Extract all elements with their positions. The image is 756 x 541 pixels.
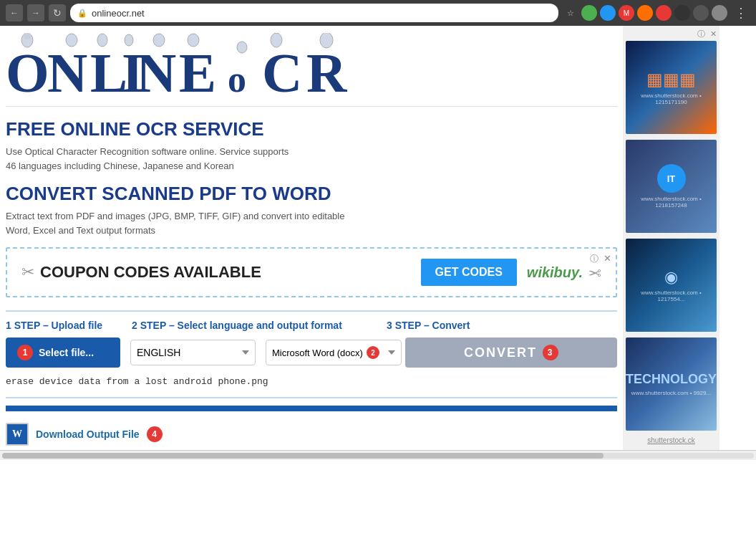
download-badge: 4 bbox=[147, 426, 163, 442]
user-avatar[interactable] bbox=[712, 5, 727, 21]
download-link[interactable]: Download Output File bbox=[36, 429, 140, 440]
content-area: O N L I N E o bbox=[0, 26, 623, 450]
svg-text:o: o bbox=[228, 59, 246, 97]
steps-labels-row: 1 STEP – Upload file 2 STEP – Select lan… bbox=[6, 319, 617, 332]
service-desc: Use Optical Character Recognition softwa… bbox=[6, 145, 617, 173]
sidebar-ad-2[interactable]: IT www.shutterstock.com • 1218157248 bbox=[626, 140, 717, 233]
sidebar-ad4-url: www.shutterstock.com • 9929... bbox=[626, 390, 717, 396]
step1-label: 1 STEP – Upload file bbox=[6, 319, 132, 332]
sidebar-ad3-graphic: ◉ bbox=[631, 268, 711, 287]
svg-text:N: N bbox=[136, 42, 176, 97]
sidebar-ad2-url: www.shutterstock.com • 1218157248 bbox=[631, 196, 711, 209]
convert-desc: Extract text from PDF and images (JPG, B… bbox=[6, 209, 617, 237]
sidebar-info-icon[interactable]: ⓘ bbox=[697, 29, 705, 38]
svg-text:C: C bbox=[262, 42, 302, 97]
scissors-left-icon: ✂ bbox=[21, 263, 34, 282]
address-bar[interactable]: 🔒 onlineocr.net bbox=[70, 4, 558, 22]
logo-area: O N L I N E o bbox=[6, 26, 617, 107]
select-file-button[interactable]: 1 Select file... bbox=[6, 337, 120, 368]
step3-label: 3 STEP – Convert bbox=[387, 319, 617, 332]
sidebar-ad-3[interactable]: ◉ www.shutterstock.com • 1217554... bbox=[626, 239, 717, 332]
scrollbar-thumb bbox=[2, 453, 604, 459]
url-text: onlineocr.net bbox=[92, 8, 145, 19]
scrollbar[interactable] bbox=[0, 450, 756, 460]
svg-point-15 bbox=[271, 33, 282, 47]
refresh-button[interactable]: ↻ bbox=[49, 4, 66, 21]
svg-text:N: N bbox=[47, 42, 87, 97]
progress-bar-fill bbox=[6, 406, 617, 411]
sidebar-ad-4[interactable]: TECHNOLOGY www.shutterstock.com • 9929..… bbox=[626, 337, 717, 431]
ad-coupon-text: COUPON CODES AVAILABLE bbox=[40, 263, 411, 282]
sidebar-ad2-it-badge: IT bbox=[657, 164, 686, 193]
gmail-icon[interactable]: M bbox=[619, 5, 634, 21]
filename-display: erase device data from a lost android ph… bbox=[6, 373, 617, 390]
extension-grey-icon[interactable] bbox=[693, 5, 709, 21]
step1-badge: 1 bbox=[17, 345, 33, 360]
step-controls-row: 1 Select file... ENGLISH FRENCH GERMAN S… bbox=[6, 337, 617, 368]
ad-close-icon[interactable]: ✕ bbox=[604, 253, 611, 264]
browser-menu-button[interactable]: ⋮ bbox=[732, 5, 750, 21]
scissors-right-icon: ✂ bbox=[588, 263, 601, 282]
extension-g-icon[interactable] bbox=[581, 5, 597, 21]
convert-button[interactable]: CONVERT 3 bbox=[405, 337, 617, 368]
sidebar-ad1-url: www.shutterstock.com • 1215171190 bbox=[631, 92, 711, 105]
browser-icons: ☆ M bbox=[563, 5, 727, 21]
sidebar-ad-1[interactable]: ▦▦▦ www.shutterstock.com • 1215171190 bbox=[626, 41, 717, 134]
sidebar-ad3-url: www.shutterstock.com • 1217554... bbox=[631, 289, 711, 302]
svg-point-17 bbox=[320, 33, 333, 48]
sidebar-ad4-text: TECHNOLOGY bbox=[626, 372, 717, 387]
scrollbar-track bbox=[2, 453, 754, 459]
svg-point-3 bbox=[66, 34, 77, 47]
logo-letter-O: O bbox=[6, 42, 49, 97]
step2-label: 2 STEP – Select language and output form… bbox=[132, 319, 387, 332]
svg-text:R: R bbox=[306, 42, 348, 97]
get-codes-button[interactable]: GET CODES bbox=[421, 259, 517, 286]
ad-wikibuy-text: wikibuy. bbox=[527, 264, 583, 281]
browser-chrome: ← → ↻ 🔒 onlineocr.net ☆ M ⋮ bbox=[0, 0, 756, 26]
convert-title: CONVERT SCANNED PDF TO WORD bbox=[6, 183, 617, 205]
forward-button[interactable]: → bbox=[27, 4, 44, 21]
extension-dark-icon[interactable] bbox=[674, 5, 690, 21]
svg-text:E: E bbox=[179, 42, 216, 97]
service-title: FREE ONLINE OCR SERVICE bbox=[6, 118, 617, 140]
step3-badge: 3 bbox=[543, 345, 558, 360]
format-select[interactable]: Microsoft Word (docx) Microsoft Excel (x… bbox=[266, 340, 402, 365]
format-select-wrapper: Microsoft Word (docx) Microsoft Excel (x… bbox=[266, 340, 395, 365]
steps-container: 1 STEP – Upload file 2 STEP – Select lan… bbox=[6, 310, 617, 398]
ad-banner: ⓘ ✕ ✂ COUPON CODES AVAILABLE GET CODES w… bbox=[6, 247, 617, 297]
extension-k-icon[interactable] bbox=[656, 5, 672, 21]
sidebar: ⓘ ✕ ▦▦▦ www.shutterstock.com • 121517119… bbox=[623, 26, 719, 450]
sidebar-close-icon[interactable]: ✕ bbox=[710, 29, 717, 38]
sidebar-ad-header: ⓘ ✕ bbox=[626, 29, 717, 39]
svg-point-13 bbox=[237, 42, 247, 53]
svg-point-5 bbox=[97, 34, 107, 47]
sidebar-shutterstock-link[interactable]: shutterstock.ck bbox=[626, 436, 717, 444]
main-container: O N L I N E o bbox=[0, 26, 756, 450]
svg-point-9 bbox=[153, 34, 165, 47]
star-icon[interactable]: ☆ bbox=[563, 5, 578, 21]
sidebar-ad1-graphic: ▦▦▦ bbox=[631, 70, 711, 90]
extension-o-icon[interactable] bbox=[637, 5, 653, 21]
download-section: W Download Output File 4 bbox=[6, 418, 617, 450]
back-button[interactable]: ← bbox=[6, 4, 23, 21]
word-file-icon: W bbox=[6, 423, 29, 446]
svg-point-11 bbox=[188, 34, 199, 47]
svg-point-7 bbox=[125, 34, 133, 46]
extension-b-icon[interactable] bbox=[600, 5, 616, 21]
language-select[interactable]: ENGLISH FRENCH GERMAN SPANISH CHINESE JA… bbox=[130, 340, 256, 365]
logo-svg: O N L I N E o bbox=[6, 33, 407, 97]
lock-icon: 🔒 bbox=[77, 9, 87, 18]
progress-bar bbox=[6, 406, 617, 411]
